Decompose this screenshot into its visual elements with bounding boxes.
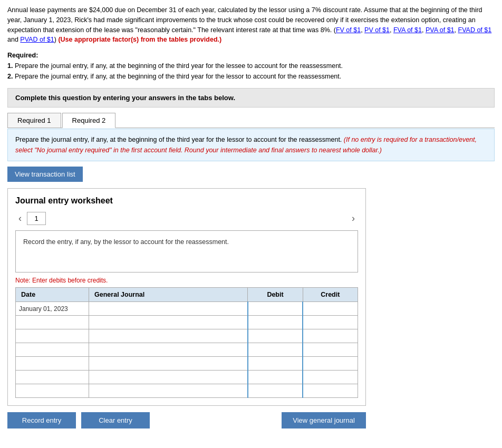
journal-input-2[interactable] (92, 319, 244, 326)
nav-row: ‹ › (15, 212, 358, 225)
pvad-link[interactable]: PVAD of $1 (20, 36, 54, 43)
tabs-container: Required 1 Required 2 (7, 113, 495, 128)
credit-cell-1[interactable] (303, 302, 358, 316)
credit-cell-3[interactable] (303, 329, 358, 343)
record-entry-button[interactable]: Record entry (7, 412, 76, 428)
debit-input-1[interactable] (252, 305, 299, 313)
view-transaction-button[interactable]: View transaction list (7, 167, 83, 182)
journal-input-7[interactable] (92, 387, 244, 395)
debit-input-5[interactable] (252, 360, 299, 367)
journal-cell-1[interactable] (89, 302, 248, 316)
debit-cell-2[interactable] (248, 316, 303, 329)
table-row (16, 384, 358, 398)
date-cell-3 (16, 329, 89, 343)
journal-cell-5[interactable] (89, 357, 248, 371)
debit-input-7[interactable] (252, 387, 299, 395)
credit-header: Credit (303, 288, 358, 302)
credit-cell-6[interactable] (303, 371, 358, 384)
date-cell-7 (16, 384, 89, 398)
date-cell-1: January 01, 2023 (16, 302, 89, 316)
journal-cell-3[interactable] (89, 329, 248, 343)
complete-question-text: Complete this question by entering your … (15, 94, 487, 102)
general-journal-header: General Journal (89, 288, 248, 302)
required-header: Required: (7, 52, 38, 59)
table-row (16, 357, 358, 371)
complete-question-box: Complete this question by entering your … (7, 88, 495, 108)
use-factors-note: (Use appropriate factor(s) from the tabl… (58, 36, 221, 43)
debit-cell-6[interactable] (248, 371, 303, 384)
bottom-buttons: Record entry Clear entry View general jo… (7, 412, 366, 428)
date-cell-2 (16, 316, 89, 329)
instruction-box: Prepare the journal entry, if any, at th… (7, 129, 495, 161)
credit-input-2[interactable] (306, 319, 354, 326)
journal-table: Date General Journal Debit Credit Januar… (15, 287, 358, 398)
entry-description-box: Record the entry, if any, by the lessor … (15, 230, 358, 272)
prev-arrow[interactable]: ‹ (15, 213, 25, 224)
note-text: Note: Enter debits before credits. (15, 277, 358, 284)
date-cell-6 (16, 371, 89, 384)
journal-cell-7[interactable] (89, 384, 248, 398)
table-row (16, 371, 358, 384)
debit-input-3[interactable] (252, 333, 299, 340)
journal-cell-4[interactable] (89, 343, 248, 357)
debit-cell-3[interactable] (248, 329, 303, 343)
journal-cell-2[interactable] (89, 316, 248, 329)
date-cell-5 (16, 357, 89, 371)
debit-cell-1[interactable] (248, 302, 303, 316)
table-row: January 01, 2023 (16, 302, 358, 316)
date-cell-4 (16, 343, 89, 357)
journal-cell-6[interactable] (89, 371, 248, 384)
table-row (16, 329, 358, 343)
credit-input-7[interactable] (306, 387, 354, 395)
debit-cell-7[interactable] (248, 384, 303, 398)
debit-input-6[interactable] (252, 374, 299, 381)
credit-input-1[interactable] (306, 305, 354, 313)
tab-required1[interactable]: Required 1 (7, 113, 61, 128)
credit-input-3[interactable] (306, 333, 354, 340)
clear-entry-button[interactable]: Clear entry (81, 412, 150, 428)
view-general-journal-button[interactable]: View general journal (282, 412, 366, 428)
req2-text: 2. Prepare the journal entry, if any, at… (7, 71, 495, 82)
table-row (16, 316, 358, 329)
credit-input-6[interactable] (306, 374, 354, 381)
entry-description-text: Record the entry, if any, by the lessor … (23, 238, 229, 246)
fva-link[interactable]: FVA of $1 (393, 26, 422, 34)
fv-link[interactable]: FV of $1 (336, 26, 361, 34)
journal-input-6[interactable] (92, 374, 244, 381)
journal-input-5[interactable] (92, 360, 244, 367)
debit-cell-5[interactable] (248, 357, 303, 371)
debit-cell-4[interactable] (248, 343, 303, 357)
credit-cell-4[interactable] (303, 343, 358, 357)
nav-number-input[interactable] (27, 212, 46, 225)
debit-header: Debit (248, 288, 303, 302)
debit-input-2[interactable] (252, 319, 299, 326)
credit-input-5[interactable] (306, 360, 354, 367)
worksheet-title: Journal entry worksheet (15, 196, 358, 206)
worksheet-container: Journal entry worksheet ‹ › Record the e… (7, 188, 366, 406)
credit-cell-2[interactable] (303, 316, 358, 329)
fvad-link[interactable]: FVAD of $1 (458, 26, 492, 34)
required-section: Required: 1. Prepare the journal entry, … (7, 50, 495, 82)
table-row (16, 343, 358, 357)
journal-input-1[interactable] (92, 305, 244, 313)
journal-input-3[interactable] (92, 333, 244, 340)
pva-link[interactable]: PVA of $1 (426, 26, 455, 34)
journal-input-4[interactable] (92, 346, 244, 354)
credit-input-4[interactable] (306, 346, 354, 354)
instruction-main: Prepare the journal entry, if any, at th… (15, 136, 342, 143)
next-arrow[interactable]: › (349, 213, 358, 224)
date-header: Date (16, 288, 89, 302)
req1-text: 1. Prepare the journal entry, if any, at… (7, 61, 495, 71)
pv-link[interactable]: PV of $1 (364, 26, 390, 34)
debit-input-4[interactable] (252, 346, 299, 354)
credit-cell-7[interactable] (303, 384, 358, 398)
intro-paragraph: Annual lease payments are $24,000 due on… (7, 5, 495, 45)
tab-required2[interactable]: Required 2 (62, 113, 116, 128)
credit-cell-5[interactable] (303, 357, 358, 371)
